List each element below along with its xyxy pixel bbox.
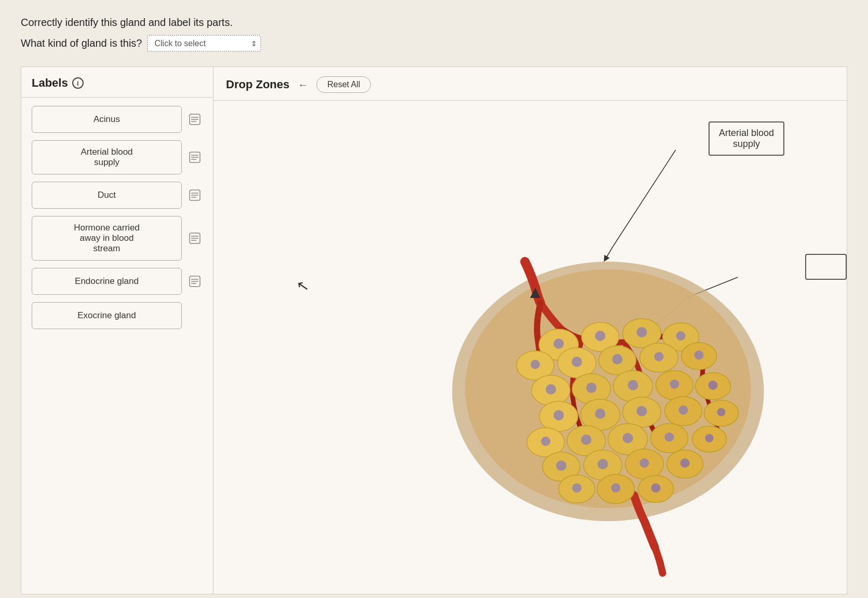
svg-point-86 (572, 483, 582, 493)
svg-point-74 (665, 432, 674, 442)
gland-question-row: What kind of gland is this? Click to sel… (21, 35, 847, 52)
svg-point-32 (595, 331, 606, 341)
svg-point-78 (556, 460, 567, 471)
label-acinus-icon[interactable] (187, 112, 203, 127)
svg-point-76 (705, 434, 714, 442)
list-item: Endocrine gland (32, 268, 203, 295)
label-items-container: Acinus Arterial bloodsupply (21, 98, 213, 337)
svg-point-50 (586, 383, 597, 393)
page-container: Correctly identify this gland and label … (0, 0, 868, 598)
labels-panel: Labels i Acinus (21, 67, 213, 594)
svg-point-88 (611, 483, 621, 493)
label-acinus[interactable]: Acinus (32, 106, 182, 133)
svg-point-54 (670, 379, 679, 389)
list-item: Duct (32, 182, 203, 209)
list-item: Acinus (32, 106, 203, 133)
labels-title: Labels (32, 76, 68, 90)
svg-point-40 (572, 357, 582, 367)
list-item: Exocrine gland (32, 302, 203, 329)
svg-point-42 (612, 354, 623, 364)
svg-line-22 (606, 246, 613, 259)
svg-point-62 (637, 406, 647, 416)
drop-zones-panel: Drop Zones ← Reset All Arterial bloodsup… (213, 67, 847, 594)
svg-point-38 (531, 360, 540, 369)
svg-point-90 (651, 483, 661, 493)
reset-all-button[interactable]: Reset All (316, 76, 371, 93)
back-icon[interactable]: ← (298, 79, 308, 91)
svg-point-66 (717, 408, 726, 416)
main-panel: Labels i Acinus (21, 66, 847, 594)
label-endocrine-gland[interactable]: Endocrine gland (32, 268, 182, 295)
svg-point-82 (640, 458, 649, 468)
svg-point-46 (695, 350, 704, 360)
svg-point-70 (581, 434, 592, 445)
svg-point-30 (554, 338, 564, 349)
label-arterial-icon[interactable] (187, 150, 203, 165)
svg-point-44 (655, 352, 664, 361)
svg-point-72 (623, 433, 633, 443)
label-hormone-icon[interactable] (187, 230, 203, 246)
svg-point-64 (679, 405, 688, 415)
drop-zones-header: Drop Zones ← Reset All (213, 67, 847, 101)
svg-point-52 (628, 380, 638, 390)
labels-info-icon[interactable]: i (72, 77, 84, 89)
gland-type-select-wrapper[interactable]: Click to select Endocrine gland Exocrine… (147, 35, 261, 52)
drop-zones-title: Drop Zones (226, 78, 289, 91)
svg-point-84 (680, 458, 690, 468)
svg-point-34 (637, 327, 647, 337)
svg-point-60 (595, 409, 606, 419)
label-hormone[interactable]: Hormone carriedaway in bloodstream (32, 216, 182, 261)
label-duct[interactable]: Duct (32, 182, 182, 209)
label-endocrine-icon[interactable] (187, 274, 203, 289)
labels-header: Labels i (21, 67, 213, 98)
svg-line-21 (613, 150, 676, 246)
gland-diagram-svg (213, 101, 847, 594)
svg-point-48 (546, 384, 556, 395)
svg-point-58 (554, 410, 564, 420)
svg-point-36 (676, 331, 686, 341)
label-arterial-blood-supply[interactable]: Arterial bloodsupply (32, 140, 182, 174)
svg-point-56 (709, 380, 718, 390)
label-duct-icon[interactable] (187, 187, 203, 203)
question-1: Correctly identify this gland and label … (21, 17, 847, 29)
diagram-area: Arterial bloodsupply ↖ (213, 101, 847, 594)
question-2-label: What kind of gland is this? (21, 37, 142, 49)
gland-type-select[interactable]: Click to select Endocrine gland Exocrine… (147, 35, 261, 52)
svg-point-68 (541, 437, 551, 446)
label-exocrine-gland[interactable]: Exocrine gland (32, 302, 182, 329)
list-item: Arterial bloodsupply (32, 140, 203, 174)
list-item: Hormone carriedaway in bloodstream (32, 216, 203, 261)
svg-point-80 (598, 459, 608, 469)
